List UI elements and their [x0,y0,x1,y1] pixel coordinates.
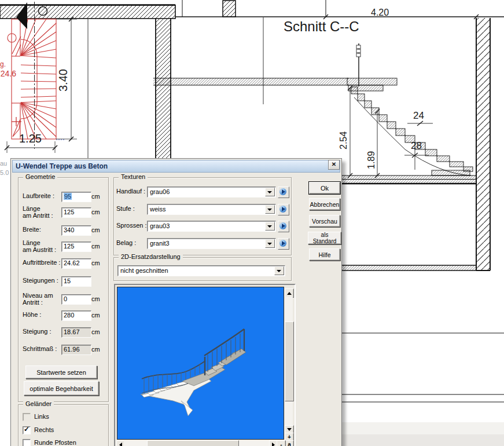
hilfe-button[interactable]: Hilfe [309,248,340,261]
scroll-up-icon [287,292,292,295]
breite-label: Breite: [23,226,41,233]
selected-value: 95 [64,193,72,200]
unit-label: cm [91,346,100,353]
stair-3d-render [117,287,284,439]
dim-1-25: 1.25 [19,132,42,145]
gray-label-fragment-2: 5.0 [0,169,9,176]
unit-label: cm [91,328,100,335]
unit-label: cm [91,226,100,233]
hoehe-field[interactable]: 280 [61,310,91,321]
sprossen-label: Sprossen : [116,222,147,229]
handlauf-combo[interactable]: grau06 [147,187,276,198]
unit-label: cm [91,259,100,266]
dropdown-arrow-icon[interactable] [265,239,275,248]
scroll-right-icon [272,443,275,446]
laenge-austritt-label: Länge am Austritt : [23,239,56,253]
dim-1-89: 1.89 [366,151,377,169]
gray-label-fragment-1: au [0,160,7,167]
optimale-begehbarkeit-button[interactable]: optimale Begehbarkeit [24,381,99,396]
zoom-auto-button[interactable]: a [285,440,294,446]
schrittmass-label: Schrittmaß : [23,345,57,352]
dim-2-54: 2.54 [339,131,349,149]
auftrittbreite-label: Auftrittbreite : [23,259,60,266]
group-geometrie-caption: Geometrie [23,173,57,180]
hoehe-label: Höhe : [23,311,41,318]
belag-combo[interactable]: granit3 [147,238,276,249]
stufe-combo[interactable]: weiss [147,204,276,215]
section-title: Schnitt C--C [284,19,359,35]
group-gelaender-caption: Geländer [23,400,54,407]
unit-label: cm [91,243,100,250]
schrittmass-field: 61.96 [61,345,91,355]
dim-24: 24 [413,110,424,122]
runde-pfosten-label: Runde Pfosten [34,439,76,446]
app-stage: Schnitt C--C 4.20 3.40 1.25 2.54 1.89 24… [0,0,504,446]
close-button[interactable]: ✕ [328,160,340,170]
steigung-field: 18.67 [61,327,91,338]
sprossen-combo[interactable]: grau03 [147,221,276,232]
dropdown-arrow-icon[interactable] [265,188,275,196]
abbrechen-button[interactable]: Abbrechen [309,198,340,210]
ok-button[interactable]: Ok [309,182,340,194]
als-standard-button[interactable]: als Standard [308,232,341,244]
startwerte-setzen-button[interactable]: Startwerte setzen [25,365,97,379]
group-2d-caption: 2D-Ersatzdarstellung [119,253,183,260]
dim-3-40: 3.40 [57,69,70,92]
vorschau-button[interactable]: Vorschau [309,215,340,227]
laufbreite-label: Laufbreite : [23,192,54,199]
red-label-fragment-2: 724.6 [0,69,16,78]
handlauf-texture-browse-button[interactable] [278,187,289,198]
dropdown-arrow-icon[interactable] [265,205,275,214]
niveau-label: Niveau am Antritt : [23,292,53,306]
zoom-out-button[interactable]: - [277,440,286,446]
horizontal-scroll-thumb[interactable] [147,440,239,446]
steigungen-field[interactable]: 15 [61,276,91,287]
rechts-label: Rechts [34,426,54,433]
auftrittbreite-field[interactable]: 24.62 [61,258,91,269]
dim-28: 28 [411,140,422,152]
laenge-austritt-field[interactable]: 125 [61,242,91,252]
preview-panel: + a - [114,284,296,446]
laenge-antritt-label: Länge am Antritt : [23,205,53,219]
dropdown-arrow-icon[interactable] [265,222,275,231]
ersatzdarstellung-combo[interactable]: nicht geschnitten [117,265,285,276]
belag-label: Belag : [116,239,136,246]
links-checkbox[interactable] [23,413,31,421]
group-texturen-caption: Texturen [119,173,148,180]
breite-field[interactable]: 340 [61,225,91,236]
scroll-left-icon [119,443,122,446]
handlauf-label: Handlauf : [116,188,145,195]
vertical-scroll-thumb[interactable] [285,321,294,401]
dialog-title: U-Wendel Treppe aus Beton [16,162,108,170]
red-label-fragment-1: g. [0,60,6,68]
unit-label: cm [91,209,100,215]
dialog-titlebar[interactable]: U-Wendel Treppe aus Beton [12,160,340,173]
unit-label: cm [91,312,100,319]
belag-texture-browse-button[interactable] [278,238,289,250]
stufe-label: Stufe : [116,205,135,212]
dropdown-arrow-icon[interactable] [274,266,284,275]
links-label: Links [34,413,49,420]
scroll-down-icon [287,428,292,431]
stufe-texture-browse-button[interactable] [278,204,289,215]
runde-pfosten-checkbox[interactable] [23,439,31,446]
steigung-label: Steigung : [23,328,51,335]
laufbreite-field[interactable]: 95 [61,192,91,202]
niveau-field[interactable]: 0 [61,294,91,305]
rechts-checkbox[interactable] [23,426,31,434]
stair-dialog: U-Wendel Treppe aus Beton ✕ Geometrie La… [10,158,342,446]
steigungen-label: Steigungen : [23,277,58,284]
sprossen-texture-browse-button[interactable] [278,221,289,232]
unit-label: cm [91,295,100,302]
unit-label: cm [91,193,100,200]
laenge-antritt-field[interactable]: 125 [61,207,91,218]
dim-4-20: 4.20 [371,8,389,18]
preview-3d-view[interactable] [117,287,284,440]
